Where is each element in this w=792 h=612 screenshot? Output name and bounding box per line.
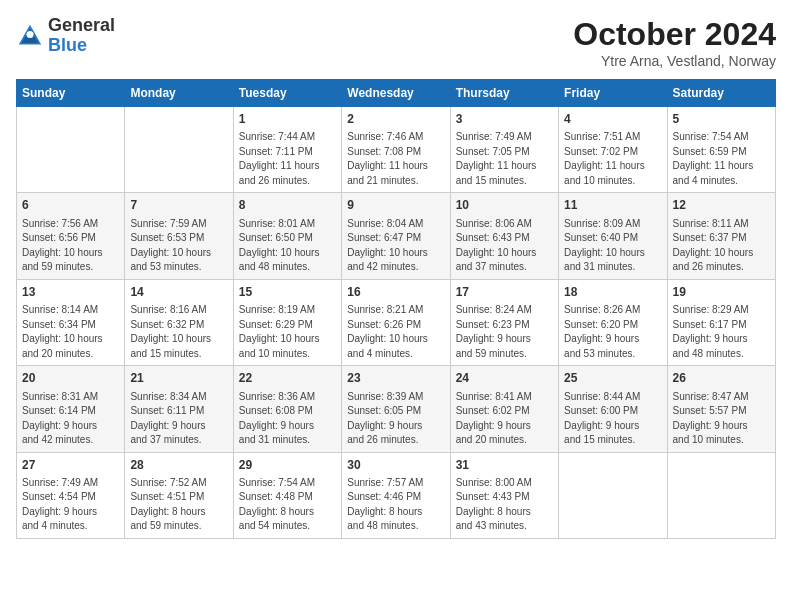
day-cell	[17, 107, 125, 193]
day-number: 14	[130, 284, 227, 301]
day-number: 27	[22, 457, 119, 474]
day-cell: 16Sunrise: 8:21 AMSunset: 6:26 PMDayligh…	[342, 279, 450, 365]
day-detail-line: Sunset: 6:50 PM	[239, 231, 336, 246]
day-number: 23	[347, 370, 444, 387]
day-detail-line: Sunrise: 8:11 AM	[673, 217, 770, 232]
day-number: 21	[130, 370, 227, 387]
day-detail-line: Daylight: 11 hours	[456, 159, 553, 174]
col-header-monday: Monday	[125, 80, 233, 107]
day-detail-line: Sunset: 6:34 PM	[22, 318, 119, 333]
day-detail-line: and 4 minutes.	[347, 347, 444, 362]
day-detail-line: Daylight: 9 hours	[564, 419, 661, 434]
day-cell	[667, 452, 775, 538]
day-detail-line: and 53 minutes.	[564, 347, 661, 362]
day-detail-line: Sunset: 6:11 PM	[130, 404, 227, 419]
day-detail-line: Sunrise: 7:54 AM	[673, 130, 770, 145]
day-detail-line: Sunset: 6:02 PM	[456, 404, 553, 419]
day-detail-line: Sunrise: 7:54 AM	[239, 476, 336, 491]
day-detail-line: Sunrise: 8:26 AM	[564, 303, 661, 318]
day-cell: 13Sunrise: 8:14 AMSunset: 6:34 PMDayligh…	[17, 279, 125, 365]
day-detail-line: Sunset: 7:08 PM	[347, 145, 444, 160]
week-row-1: 6Sunrise: 7:56 AMSunset: 6:56 PMDaylight…	[17, 193, 776, 279]
day-detail-line: Sunset: 6:23 PM	[456, 318, 553, 333]
day-cell: 7Sunrise: 7:59 AMSunset: 6:53 PMDaylight…	[125, 193, 233, 279]
day-detail-line: and 20 minutes.	[456, 433, 553, 448]
day-detail-line: Sunrise: 8:04 AM	[347, 217, 444, 232]
day-detail-line: and 26 minutes.	[347, 433, 444, 448]
day-number: 8	[239, 197, 336, 214]
day-cell: 17Sunrise: 8:24 AMSunset: 6:23 PMDayligh…	[450, 279, 558, 365]
day-cell: 29Sunrise: 7:54 AMSunset: 4:48 PMDayligh…	[233, 452, 341, 538]
col-header-sunday: Sunday	[17, 80, 125, 107]
day-cell	[559, 452, 667, 538]
day-cell: 9Sunrise: 8:04 AMSunset: 6:47 PMDaylight…	[342, 193, 450, 279]
day-detail-line: Daylight: 11 hours	[564, 159, 661, 174]
day-detail-line: and 20 minutes.	[22, 347, 119, 362]
day-detail-line: and 37 minutes.	[130, 433, 227, 448]
day-detail-line: and 15 minutes.	[130, 347, 227, 362]
day-detail-line: Sunrise: 8:21 AM	[347, 303, 444, 318]
month-title: October 2024	[573, 16, 776, 53]
day-detail-line: Daylight: 9 hours	[456, 332, 553, 347]
col-header-friday: Friday	[559, 80, 667, 107]
day-detail-line: Daylight: 11 hours	[239, 159, 336, 174]
day-number: 15	[239, 284, 336, 301]
day-detail-line: Daylight: 9 hours	[239, 419, 336, 434]
day-cell: 5Sunrise: 7:54 AMSunset: 6:59 PMDaylight…	[667, 107, 775, 193]
day-cell: 10Sunrise: 8:06 AMSunset: 6:43 PMDayligh…	[450, 193, 558, 279]
day-detail-line: Daylight: 9 hours	[130, 419, 227, 434]
day-number: 29	[239, 457, 336, 474]
day-detail-line: and 15 minutes.	[564, 433, 661, 448]
calendar-body: 1Sunrise: 7:44 AMSunset: 7:11 PMDaylight…	[17, 107, 776, 539]
day-number: 22	[239, 370, 336, 387]
week-row-2: 13Sunrise: 8:14 AMSunset: 6:34 PMDayligh…	[17, 279, 776, 365]
day-cell: 20Sunrise: 8:31 AMSunset: 6:14 PMDayligh…	[17, 366, 125, 452]
day-detail-line: Sunset: 6:56 PM	[22, 231, 119, 246]
day-detail-line: and 48 minutes.	[239, 260, 336, 275]
day-detail-line: and 4 minutes.	[22, 519, 119, 534]
day-detail-line: Daylight: 8 hours	[130, 505, 227, 520]
day-detail-line: Sunrise: 8:14 AM	[22, 303, 119, 318]
day-detail-line: Sunset: 6:26 PM	[347, 318, 444, 333]
day-number: 24	[456, 370, 553, 387]
day-cell: 27Sunrise: 7:49 AMSunset: 4:54 PMDayligh…	[17, 452, 125, 538]
day-number: 1	[239, 111, 336, 128]
calendar-table: SundayMondayTuesdayWednesdayThursdayFrid…	[16, 79, 776, 539]
day-detail-line: Sunrise: 8:41 AM	[456, 390, 553, 405]
day-detail-line: Daylight: 10 hours	[22, 332, 119, 347]
day-detail-line: Sunset: 6:05 PM	[347, 404, 444, 419]
day-detail-line: Sunrise: 8:31 AM	[22, 390, 119, 405]
day-detail-line: and 31 minutes.	[564, 260, 661, 275]
day-detail-line: Sunrise: 7:44 AM	[239, 130, 336, 145]
day-detail-line: Sunset: 6:40 PM	[564, 231, 661, 246]
calendar-header: SundayMondayTuesdayWednesdayThursdayFrid…	[17, 80, 776, 107]
day-detail-line: Sunrise: 8:01 AM	[239, 217, 336, 232]
day-detail-line: Daylight: 10 hours	[347, 246, 444, 261]
day-cell: 4Sunrise: 7:51 AMSunset: 7:02 PMDaylight…	[559, 107, 667, 193]
day-detail-line: Sunrise: 8:47 AM	[673, 390, 770, 405]
day-detail-line: and 15 minutes.	[456, 174, 553, 189]
day-detail-line: Sunset: 7:05 PM	[456, 145, 553, 160]
day-detail-line: Daylight: 11 hours	[673, 159, 770, 174]
day-detail-line: Daylight: 9 hours	[347, 419, 444, 434]
day-detail-line: Sunset: 6:43 PM	[456, 231, 553, 246]
day-number: 16	[347, 284, 444, 301]
day-number: 30	[347, 457, 444, 474]
day-number: 26	[673, 370, 770, 387]
day-detail-line: and 48 minutes.	[673, 347, 770, 362]
day-detail-line: and 21 minutes.	[347, 174, 444, 189]
day-detail-line: Sunset: 6:59 PM	[673, 145, 770, 160]
day-cell: 26Sunrise: 8:47 AMSunset: 5:57 PMDayligh…	[667, 366, 775, 452]
col-header-wednesday: Wednesday	[342, 80, 450, 107]
week-row-0: 1Sunrise: 7:44 AMSunset: 7:11 PMDaylight…	[17, 107, 776, 193]
logo-icon	[16, 22, 44, 50]
day-detail-line: Sunset: 6:00 PM	[564, 404, 661, 419]
day-detail-line: Daylight: 9 hours	[564, 332, 661, 347]
svg-point-2	[27, 31, 34, 38]
day-cell: 15Sunrise: 8:19 AMSunset: 6:29 PMDayligh…	[233, 279, 341, 365]
day-number: 31	[456, 457, 553, 474]
day-number: 12	[673, 197, 770, 214]
day-detail-line: Sunset: 6:53 PM	[130, 231, 227, 246]
day-number: 5	[673, 111, 770, 128]
day-detail-line: Daylight: 10 hours	[130, 246, 227, 261]
